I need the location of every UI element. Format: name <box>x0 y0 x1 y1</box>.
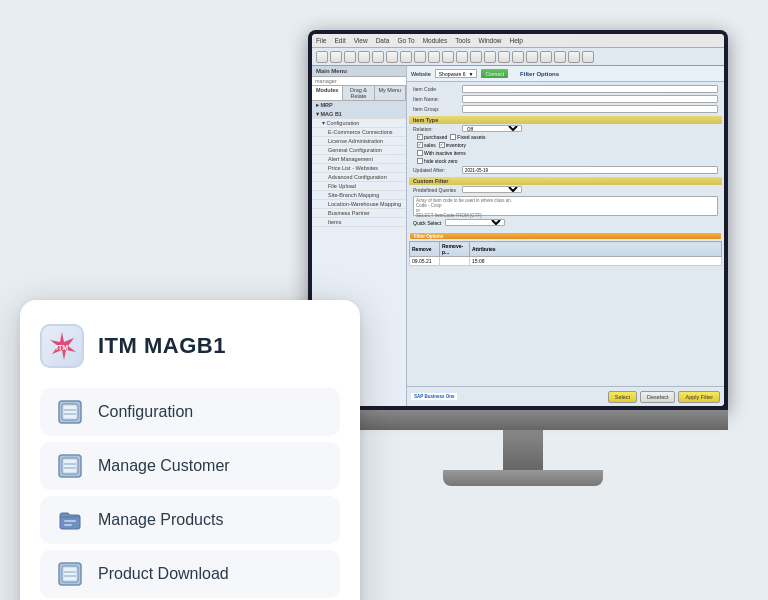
relation-select[interactable]: Off <box>462 125 522 132</box>
toolbar-btn-17[interactable] <box>540 51 552 63</box>
tab-modules[interactable]: Modules <box>312 86 343 100</box>
sidebar-items[interactable]: Items <box>312 218 406 227</box>
menu-card-title: ITM MAGB1 <box>98 333 226 359</box>
config-icon <box>56 398 84 426</box>
toolbar-btn-15[interactable] <box>512 51 524 63</box>
inventory-checkbox[interactable] <box>439 142 445 148</box>
predefined-queries-select[interactable] <box>462 186 522 193</box>
cb-purchased[interactable]: purchased <box>417 134 447 140</box>
item-name-input[interactable] <box>462 95 718 103</box>
toolbar-btn-1[interactable] <box>316 51 328 63</box>
select-button[interactable]: Select <box>608 391 637 403</box>
connect-button[interactable]: Connect <box>481 69 508 78</box>
toolbar-btn-6[interactable] <box>386 51 398 63</box>
fixed-assets-checkbox[interactable] <box>450 134 456 140</box>
toolbar-btn-5[interactable] <box>372 51 384 63</box>
menu-item-manage-customer[interactable]: Manage Customer <box>40 442 340 490</box>
itm-logo-icon: ITM <box>46 330 78 362</box>
quick-select-dropdown[interactable] <box>445 219 505 226</box>
sidebar-alert[interactable]: Alert Management <box>312 155 406 164</box>
purchased-label: purchased <box>424 134 447 140</box>
toolbar-btn-13[interactable] <box>484 51 496 63</box>
toolbar-btn-12[interactable] <box>470 51 482 63</box>
updated-after-input[interactable]: 2021-05-19 <box>462 166 718 174</box>
toolbar-btn-10[interactable] <box>442 51 454 63</box>
deselect-button[interactable]: Deselect <box>640 391 675 403</box>
toolbar-btn-9[interactable] <box>428 51 440 63</box>
menu-file[interactable]: File <box>316 37 326 44</box>
toolbar-btn-7[interactable] <box>400 51 412 63</box>
sidebar-license[interactable]: License Administration <box>312 137 406 146</box>
menu-edit[interactable]: Edit <box>334 37 345 44</box>
toolbar-btn-20[interactable] <box>582 51 594 63</box>
menu-modules[interactable]: Modules <box>423 37 448 44</box>
menu-card: ITM ITM MAGB1 Configuration <box>20 300 360 600</box>
sidebar-location-warehouse[interactable]: Location-Warehouse Mapping <box>312 200 406 209</box>
cell-time: 15:08 <box>470 257 722 266</box>
menu-data[interactable]: Data <box>376 37 390 44</box>
cb-inactive[interactable]: With inactive items <box>417 150 466 156</box>
cb-sales[interactable]: sales <box>417 142 436 148</box>
toolbar-btn-16[interactable] <box>526 51 538 63</box>
item-group-input[interactable] <box>462 105 718 113</box>
main-scroll-area[interactable]: Item Code Item Name: Item Group: <box>407 82 724 231</box>
download-icon <box>56 560 84 588</box>
toolbar-btn-19[interactable] <box>568 51 580 63</box>
menu-item-product-download[interactable]: Product Download <box>40 550 340 598</box>
item-type-section: Item Type <box>409 116 722 124</box>
website-dropdown[interactable]: Shopware 6 ▼ <box>435 69 478 78</box>
quick-select-row: Quick Select <box>409 218 722 227</box>
checkbox-group-1: purchased Fixed assets <box>409 133 722 141</box>
toolbar-btn-4[interactable] <box>358 51 370 63</box>
sidebar-price-list[interactable]: Price List - Websites <box>312 164 406 173</box>
manage-customer-label: Manage Customer <box>98 457 230 475</box>
inactive-checkbox[interactable] <box>417 150 423 156</box>
sidebar-business-partner[interactable]: Business Partner <box>312 209 406 218</box>
sidebar-site-branch[interactable]: Site-Branch Mapping <box>312 191 406 200</box>
svg-rect-12 <box>64 520 76 522</box>
menu-help[interactable]: Help <box>510 37 523 44</box>
sales-checkbox[interactable] <box>417 142 423 148</box>
dropdown-arrow-icon: ▼ <box>468 71 473 77</box>
col-attributes: Attributes <box>470 242 722 257</box>
apply-filter-button[interactable]: Apply Filter <box>678 391 720 403</box>
tab-my-menu[interactable]: My Menu <box>375 86 406 100</box>
menu-item-manage-products[interactable]: Manage Products <box>40 496 340 544</box>
inventory-label: inventory <box>446 142 466 148</box>
filter-item-code-row: Item Code <box>409 84 722 94</box>
item-code-input[interactable] <box>462 85 718 93</box>
menu-view[interactable]: View <box>354 37 368 44</box>
cb-inventory[interactable]: inventory <box>439 142 466 148</box>
quick-select-label: Quick Select <box>413 220 441 226</box>
menu-item-configuration[interactable]: Configuration <box>40 388 340 436</box>
toolbar-btn-11[interactable] <box>456 51 468 63</box>
checkbox-group-2: sales inventory <box>409 141 722 149</box>
toolbar-btn-3[interactable] <box>344 51 356 63</box>
sidebar-file-upload[interactable]: File Upload <box>312 182 406 191</box>
toolbar-btn-18[interactable] <box>554 51 566 63</box>
menu-window[interactable]: Window <box>478 37 501 44</box>
menu-tools[interactable]: Tools <box>455 37 470 44</box>
cb-fixed-assets[interactable]: Fixed assets <box>450 134 485 140</box>
purchased-checkbox[interactable] <box>417 134 423 140</box>
tab-drag-relate[interactable]: Drag & Relate <box>343 86 374 100</box>
toolbar-btn-2[interactable] <box>330 51 342 63</box>
filter-item-group-row: Item Group: <box>409 104 722 114</box>
cell-date: 09.05.21 <box>410 257 440 266</box>
cb-hide-stock[interactable]: hide stock zero <box>417 158 458 164</box>
sidebar-mrp[interactable]: ▸ MRP <box>312 101 406 110</box>
hide-stock-checkbox[interactable] <box>417 158 423 164</box>
toolbar-btn-14[interactable] <box>498 51 510 63</box>
sidebar-general-config[interactable]: General Configuration <box>312 146 406 155</box>
sap-logo-area: SAP Business One <box>411 394 605 399</box>
toolbar-btn-8[interactable] <box>414 51 426 63</box>
svg-rect-9 <box>64 460 76 472</box>
sidebar-ecommerce[interactable]: E-Commerce Connections <box>312 128 406 137</box>
sidebar-advanced-config[interactable]: Advanced Configuration <box>312 173 406 182</box>
menu-goto[interactable]: Go To <box>397 37 414 44</box>
action-buttons-bar: SAP Business One Select Deselect Apply F… <box>407 386 724 406</box>
custom-filter-section: Custom Filter <box>409 177 722 185</box>
custom-filter-textarea[interactable]: Array of item code to be used in where c… <box>413 196 718 216</box>
sidebar-magb1[interactable]: ▾ MAG B1 <box>312 110 406 119</box>
sidebar-configuration[interactable]: ▾ Configuration <box>312 119 406 128</box>
